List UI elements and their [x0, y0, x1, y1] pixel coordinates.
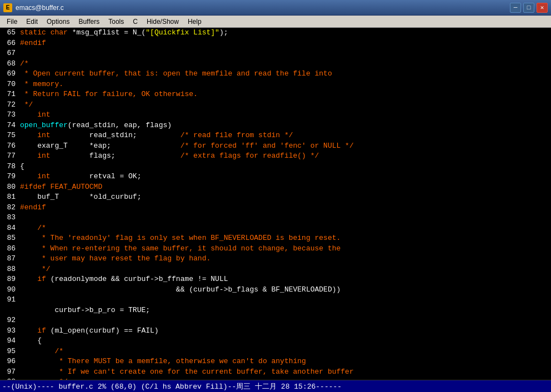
menu-help[interactable]: Help — [183, 16, 206, 27]
status-text: --(Unix)---- buffer.c 2% (68,0) (C/l hs … — [2, 381, 342, 391]
editor[interactable]: 65 static char *msg_qflist = N_("[Quickf… — [0, 28, 551, 380]
maximize-button[interactable]: □ — [523, 3, 534, 13]
table-row: 93 if (ml_open(curbuf) == FAIL) — [0, 326, 551, 336]
table-row: 85 * The 'readonly' flag is only set whe… — [0, 233, 551, 244]
menu-edit[interactable]: Edit — [22, 16, 42, 27]
close-button[interactable]: ✕ — [537, 3, 548, 13]
table-row: 66 #endif — [0, 38, 551, 49]
table-row: 78 { — [0, 162, 551, 172]
table-row: 84 /* — [0, 223, 551, 234]
title-text: E emacs@buffer.c — [3, 3, 64, 12]
table-row: 74 open_buffer(read_stdin, eap, flags) — [0, 120, 551, 131]
table-row: 88 */ — [0, 264, 551, 275]
window-controls: ─ □ ✕ — [510, 3, 548, 13]
table-row: 71 * Return FAIL for failure, OK otherwi… — [0, 89, 551, 100]
menu-c[interactable]: C — [128, 16, 142, 27]
status-bar: --(Unix)---- buffer.c 2% (68,0) (C/l hs … — [0, 380, 551, 392]
table-row: 83 — [0, 213, 551, 223]
table-row: 94 { — [0, 336, 551, 346]
table-row: 76 exarg_T *eap; /* for forced 'ff' and … — [0, 141, 551, 152]
table-row: 72 */ — [0, 100, 551, 110]
title-label: emacs@buffer.c — [16, 4, 64, 12]
table-row: 73 int — [0, 110, 551, 120]
table-row: 89 if (readonlymode && curbuf->b_ffname … — [0, 274, 551, 285]
menu-file[interactable]: File — [2, 16, 22, 27]
menu-tools[interactable]: Tools — [104, 16, 128, 27]
table-row: 70 * memory. — [0, 79, 551, 90]
table-row: 87 * user may have reset the flag by han… — [0, 254, 551, 264]
table-row: curbuf->b_p_ro = TRUE; — [0, 305, 551, 316]
table-row: 75 int read_stdin; /* read file from std… — [0, 130, 551, 141]
menu-hideshow[interactable]: Hide/Show — [142, 16, 183, 27]
menu-bar: File Edit Options Buffers Tools C Hide/S… — [0, 16, 551, 28]
table-row: 90 && (curbuf->b_flags & BF_NEVERLOADED)… — [0, 285, 551, 295]
table-row: 65 static char *msg_qflist = N_("[Quickf… — [0, 28, 551, 38]
table-row: 95 /* — [0, 346, 551, 357]
table-row: 86 * When re-entering the same buffer, i… — [0, 244, 551, 254]
table-row: 80 #ifdef FEAT_AUTOCMD — [0, 182, 551, 193]
table-row: 92 — [0, 315, 551, 326]
title-bar: E emacs@buffer.c ─ □ ✕ — [0, 0, 551, 16]
table-row: 91 — [0, 295, 551, 305]
table-row: 67 — [0, 48, 551, 59]
code-content: 65 static char *msg_qflist = N_("[Quickf… — [0, 28, 551, 380]
menu-options[interactable]: Options — [42, 16, 74, 27]
table-row: 96 * There MUST be a memfile, otherwise … — [0, 356, 551, 367]
table-row: 97 * If we can't create one for the curr… — [0, 367, 551, 378]
minimize-button[interactable]: ─ — [510, 3, 521, 13]
table-row: 79 int retval = OK; — [0, 172, 551, 182]
table-row: 82 #endif — [0, 203, 551, 213]
app-icon: E — [3, 3, 12, 12]
table-row: 98 */ — [0, 377, 551, 380]
table-row: 68 /* — [0, 59, 551, 69]
table-row: 77 int flags; /* extra flags for readfil… — [0, 151, 551, 162]
table-row: 69 * Open current buffer, that is: open … — [0, 69, 551, 79]
table-row: 81 buf_T *old_curbuf; — [0, 192, 551, 203]
menu-buffers[interactable]: Buffers — [74, 16, 104, 27]
